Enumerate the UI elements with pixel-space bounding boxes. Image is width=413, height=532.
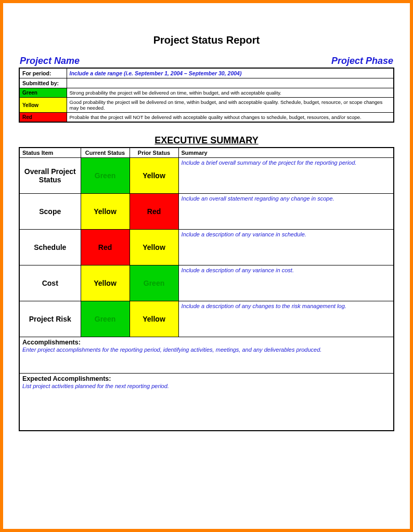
period-label: For period: [19, 68, 67, 78]
legend-row-yellow: Yellow Good probability the project will… [19, 98, 394, 113]
header-current-status: Current Status [81, 148, 130, 158]
document-frame: Project Status Report Project Name Proje… [0, 0, 413, 532]
expected-accomplishments-row: Expected Accomplishments: List project a… [19, 374, 394, 431]
status-item-label: Schedule [20, 230, 81, 265]
period-instruction: Include a date range (i.e. September 1, … [67, 68, 394, 78]
summary-cell: Include a description of any changes to … [179, 301, 394, 337]
period-row: For period: Include a date range (i.e. S… [19, 68, 394, 78]
accomplishments-row: Accomplishments: Enter project accomplis… [19, 337, 394, 374]
expected-accomplishments-label: Expected Accomplishments: [22, 375, 111, 382]
exec-row: Project RiskGreenYellowInclude a descrip… [19, 301, 394, 337]
status-item-label: Project Risk [20, 301, 81, 337]
accomplishments-instruction: Enter project accomplishments for the re… [22, 347, 391, 353]
info-table: For period: Include a date range (i.e. S… [19, 68, 394, 123]
submitted-label: Submitted by: [19, 78, 67, 88]
summary-cell: Include a description of any variance in… [179, 265, 394, 301]
prior-status-cell: Yellow [130, 230, 178, 265]
legend-row-green: Green Strong probability the project wil… [19, 88, 394, 98]
current-status-cell: Yellow [81, 194, 130, 229]
submitted-row: Submitted by: [19, 78, 394, 88]
summary-cell: Include a description of any variance in… [179, 230, 394, 265]
current-status-cell: Red [81, 230, 130, 265]
project-name-heading: Project Name [20, 56, 80, 66]
project-phase-heading: Project Phase [331, 56, 393, 66]
prior-status-cell: Red [130, 194, 178, 229]
exec-row: ScheduleRedYellowInclude a description o… [19, 230, 394, 265]
header-summary: Summary [178, 148, 394, 158]
legend-swatch-green: Green [19, 88, 67, 98]
submitted-value [67, 78, 394, 88]
legend-desc-green: Strong probability the project will be d… [67, 88, 394, 98]
current-status-cell: Green [81, 301, 130, 337]
legend-swatch-yellow: Yellow [19, 98, 67, 113]
executive-summary-table: Status Item Current Status Prior Status … [19, 147, 394, 431]
report-title: Project Status Report [19, 34, 394, 46]
subheading-row: Project Name Project Phase [20, 56, 393, 66]
status-item-label: Overall Project Status [20, 158, 81, 193]
exec-header-row: Status Item Current Status Prior Status … [19, 148, 394, 158]
summary-cell: Include a brief overall summary of the p… [179, 158, 394, 193]
executive-summary-title: EXECUTIVE SUMMARY [19, 135, 394, 146]
exec-row: CostYellowGreenInclude a description of … [19, 265, 394, 301]
legend-desc-red: Probable that the project will NOT be de… [67, 113, 394, 123]
header-prior-status: Prior Status [130, 148, 178, 158]
status-item-label: Cost [20, 265, 81, 301]
legend-row-red: Red Probable that the project will NOT b… [19, 113, 394, 123]
current-status-cell: Yellow [81, 265, 130, 301]
accomplishments-label: Accomplishments: [22, 339, 81, 346]
legend-swatch-red: Red [19, 113, 67, 123]
exec-row: ScopeYellowRedInclude an overall stateme… [19, 194, 394, 230]
expected-accomplishments-instruction: List project activities planned for the … [22, 383, 391, 389]
prior-status-cell: Green [130, 265, 178, 301]
status-item-label: Scope [20, 194, 81, 229]
prior-status-cell: Yellow [130, 158, 178, 193]
legend-desc-yellow: Good probability the project will be del… [67, 98, 394, 113]
prior-status-cell: Yellow [130, 301, 178, 337]
current-status-cell: Green [81, 158, 130, 193]
exec-row: Overall Project StatusGreenYellowInclude… [19, 158, 394, 194]
summary-cell: Include an overall statement regarding a… [179, 194, 394, 229]
header-status-item: Status Item [19, 148, 81, 158]
